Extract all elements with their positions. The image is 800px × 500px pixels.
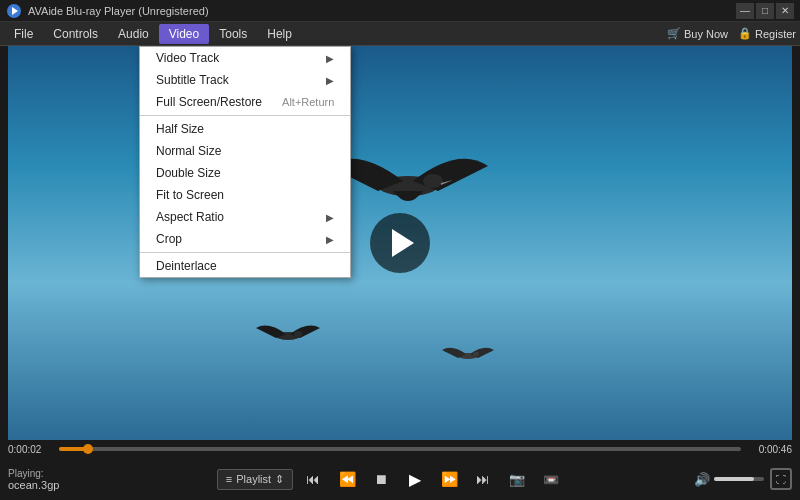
- lock-icon: 🔒: [738, 27, 752, 40]
- play-pause-button[interactable]: ▶: [401, 465, 429, 493]
- play-button-overlay[interactable]: [370, 213, 430, 273]
- submenu-arrow-icon: ▶: [326, 53, 334, 64]
- menu-controls[interactable]: Controls: [43, 24, 108, 44]
- dd-separator-1: [140, 115, 350, 116]
- submenu-arrow-icon: ▶: [326, 212, 334, 223]
- progress-area: 0:00:02 0:00:46: [0, 440, 800, 458]
- svg-point-8: [473, 352, 479, 357]
- minimize-button[interactable]: —: [736, 3, 754, 19]
- dd-double-size[interactable]: Double Size: [140, 162, 350, 184]
- fullscreen-icon: ⛶: [776, 474, 786, 485]
- playlist-arrow-icon: ⇕: [275, 473, 284, 486]
- playlist-button[interactable]: ≡ Playlist ⇕: [217, 469, 293, 490]
- dd-separator-2: [140, 252, 350, 253]
- menu-video[interactable]: Video: [159, 24, 209, 44]
- stop-button[interactable]: ⏹: [367, 465, 395, 493]
- video-display[interactable]: [8, 46, 792, 440]
- playing-label: Playing:: [8, 468, 88, 479]
- dd-video-track[interactable]: Video Track ▶: [140, 47, 350, 69]
- dd-aspect-ratio[interactable]: Aspect Ratio ▶: [140, 206, 350, 228]
- time-elapsed: 0:00:02: [8, 444, 53, 455]
- playing-info: Playing: ocean.3gp: [8, 468, 88, 491]
- menu-audio[interactable]: Audio: [108, 24, 159, 44]
- register-button[interactable]: 🔒 Register: [738, 27, 796, 40]
- controls-row: Playing: ocean.3gp ≡ Playlist ⇕ ⏮ ⏪ ⏹ ▶ …: [0, 458, 800, 500]
- cart-icon: 🛒: [667, 27, 681, 40]
- svg-point-6: [294, 331, 302, 337]
- submenu-arrow-icon: ▶: [326, 234, 334, 245]
- dd-subtitle-track[interactable]: Subtitle Track ▶: [140, 69, 350, 91]
- dd-fit-to-screen[interactable]: Fit to Screen: [140, 184, 350, 206]
- progress-thumb[interactable]: [83, 444, 93, 454]
- menu-bar: File Controls Audio Video Tools Help 🛒 B…: [0, 22, 800, 46]
- menu-right: 🛒 Buy Now 🔒 Register: [667, 27, 796, 40]
- dd-half-size[interactable]: Half Size: [140, 118, 350, 140]
- center-controls: ≡ Playlist ⇕ ⏮ ⏪ ⏹ ▶ ⏩ ⏭ 📷 📼: [88, 465, 694, 493]
- restore-button[interactable]: □: [756, 3, 774, 19]
- title-left: AVAide Blu-ray Player (Unregistered): [6, 3, 209, 19]
- progress-track[interactable]: [59, 447, 741, 451]
- play-icon: [392, 229, 414, 257]
- record-button[interactable]: 📼: [537, 465, 565, 493]
- volume-track[interactable]: [714, 477, 764, 481]
- close-button[interactable]: ✕: [776, 3, 794, 19]
- fastforward-button[interactable]: ⏩: [435, 465, 463, 493]
- title-controls: — □ ✕: [736, 3, 794, 19]
- menu-tools[interactable]: Tools: [209, 24, 257, 44]
- prev-button[interactable]: ⏮: [299, 465, 327, 493]
- rewind-button[interactable]: ⏪: [333, 465, 361, 493]
- dd-crop[interactable]: Crop ▶: [140, 228, 350, 250]
- dd-fullscreen[interactable]: Full Screen/Restore Alt+Return: [140, 91, 350, 113]
- next-button[interactable]: ⏭: [469, 465, 497, 493]
- playlist-lines-icon: ≡: [226, 473, 232, 485]
- volume-control: 🔊: [694, 472, 764, 487]
- dd-normal-size[interactable]: Normal Size: [140, 140, 350, 162]
- playing-filename: ocean.3gp: [8, 479, 88, 491]
- menu-help[interactable]: Help: [257, 24, 302, 44]
- volume-fill: [714, 477, 754, 481]
- svg-point-4: [423, 174, 443, 188]
- app-logo: [6, 3, 22, 19]
- buy-now-button[interactable]: 🛒 Buy Now: [667, 27, 728, 40]
- submenu-arrow-icon: ▶: [326, 75, 334, 86]
- screenshot-button[interactable]: 📷: [503, 465, 531, 493]
- fullscreen-button[interactable]: ⛶: [770, 468, 792, 490]
- bottom-bar: 0:00:02 0:00:46 Playing: ocean.3gp ≡ Pla…: [0, 440, 800, 500]
- right-controls: 🔊 ⛶: [694, 468, 792, 490]
- time-total: 0:00:46: [747, 444, 792, 455]
- app-title: AVAide Blu-ray Player (Unregistered): [28, 5, 209, 17]
- title-bar: AVAide Blu-ray Player (Unregistered) — □…: [0, 0, 800, 22]
- volume-icon: 🔊: [694, 472, 710, 487]
- menu-file[interactable]: File: [4, 24, 43, 44]
- video-dropdown-menu: Video Track ▶ Subtitle Track ▶ Full Scre…: [139, 46, 351, 278]
- dd-deinterlace[interactable]: Deinterlace: [140, 255, 350, 277]
